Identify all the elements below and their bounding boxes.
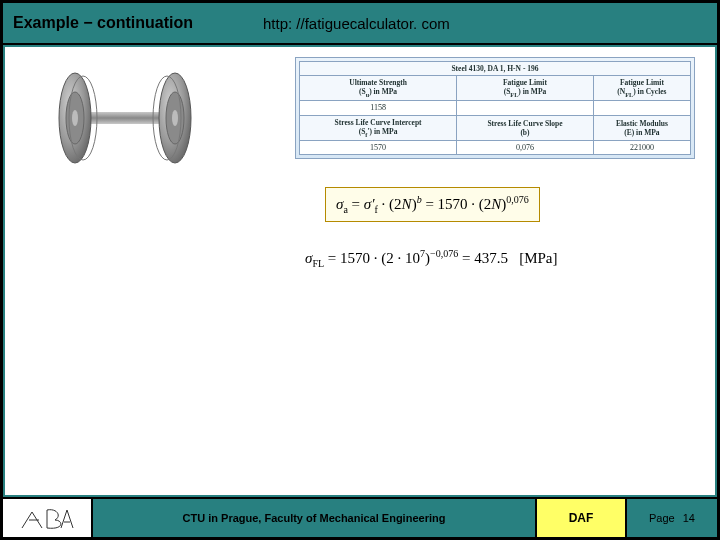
col-fatigue-limit-mpa: Fatigue Limit(SFL) in MPa <box>457 76 594 101</box>
col-stress-slope: Stress Life Curve Slope(b) <box>457 115 594 140</box>
val-nfl <box>593 101 690 116</box>
footer-university: CTU in Prague, Faculty of Mechanical Eng… <box>93 499 537 537</box>
col-elastic-modulus: Elastic Modulus(E) in MPa <box>593 115 690 140</box>
footer-page: Page 14 <box>627 499 717 537</box>
material-table: Steel 4130, DA 1, H-N - 196 Ultimate Str… <box>295 57 695 159</box>
slide-body: Steel 4130, DA 1, H-N - 196 Ultimate Str… <box>5 47 715 495</box>
col-ultimate-strength: Ultimate Strength(Su) in MPa <box>300 76 457 101</box>
page-label: Page <box>649 512 675 524</box>
val-sfl <box>457 101 594 116</box>
formula-fatigue-limit: σFL = 1570 · (2 · 107)−0,076 = 437.5 [MP… <box>295 242 567 275</box>
col-fatigue-limit-cycles: Fatigue Limit(NFL) in Cycles <box>593 76 690 101</box>
val-su: 1158 <box>300 101 457 116</box>
slide-url: http: //fatiguecalculator. com <box>243 15 717 32</box>
footer-logo <box>3 499 93 537</box>
val-e: 221000 <box>593 140 690 155</box>
formula-basquin: σa = σ′f · (2N)b = 1570 · (2N)0,076 <box>325 187 540 222</box>
footer-daf: DAF <box>537 499 627 537</box>
footer-bar: CTU in Prague, Faculty of Mechanical Eng… <box>3 497 717 537</box>
col-stress-intercept: Stress Life Curve Intercept(Sf') in MPa <box>300 115 457 140</box>
material-name: Steel 4130, DA 1, H-N - 196 <box>300 62 691 76</box>
header-bar: Example − continuation http: //fatigueca… <box>3 3 717 45</box>
slide-frame: Example − continuation http: //fatigueca… <box>2 2 718 538</box>
page-number: 14 <box>683 512 695 524</box>
svg-point-3 <box>72 110 78 126</box>
svg-point-7 <box>172 110 178 126</box>
val-b: 0,076 <box>457 140 594 155</box>
wheelset-illustration <box>35 57 215 177</box>
slide-title: Example − continuation <box>3 6 243 40</box>
val-sf: 1570 <box>300 140 457 155</box>
engineering-sketch-icon <box>17 502 77 534</box>
